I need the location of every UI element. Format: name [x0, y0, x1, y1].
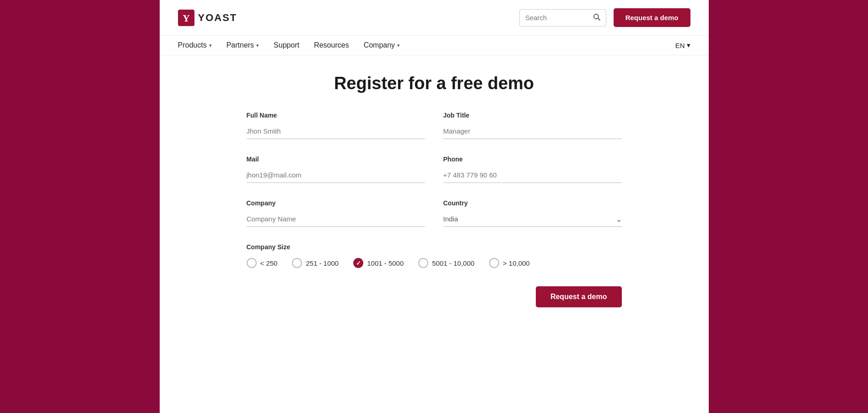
- chevron-down-icon: ▾: [397, 43, 400, 48]
- search-icon: [593, 13, 600, 21]
- phone-group: Phone: [443, 156, 622, 183]
- company-size-radio-group: < 250 251 - 1000 1001 - 5000 5001 - 10,0…: [247, 258, 622, 268]
- form-footer: Request a demo: [247, 286, 622, 307]
- search-box: [519, 9, 606, 27]
- full-name-label: Full Name: [247, 112, 425, 119]
- search-button[interactable]: [593, 13, 600, 22]
- company-size-section: Company Size < 250 251 - 1000 1001 - 500…: [247, 243, 622, 268]
- job-title-group: Job Title: [443, 112, 622, 139]
- radio-item-less-250[interactable]: < 250: [247, 258, 278, 268]
- nav-label-resources: Resources: [314, 41, 349, 49]
- radio-circle-less-250: [247, 258, 257, 268]
- company-label: Company: [247, 199, 425, 207]
- form-row-company-country: Company Country India United States Unit…: [247, 199, 622, 227]
- svg-line-3: [598, 18, 600, 20]
- mail-group: Mail: [247, 156, 425, 183]
- company-size-label: Company Size: [247, 243, 622, 251]
- phone-input[interactable]: [443, 167, 622, 183]
- header: Y YOAST Request a demo: [160, 0, 709, 36]
- radio-label-more-10000: > 10,000: [503, 259, 530, 267]
- radio-label-5001-10000: 5001 - 10,000: [432, 259, 474, 267]
- logo[interactable]: Y YOAST: [178, 10, 237, 26]
- nav-label-support: Support: [274, 41, 299, 49]
- radio-item-1001-5000[interactable]: 1001 - 5000: [353, 258, 404, 268]
- full-name-group: Full Name: [247, 112, 425, 139]
- search-input[interactable]: [525, 14, 589, 21]
- form-row-mail-phone: Mail Phone: [247, 156, 622, 183]
- nav-label-products: Products: [178, 41, 207, 49]
- nav-label-company: Company: [364, 41, 395, 49]
- chevron-down-icon: ▾: [687, 41, 690, 49]
- form-title: Register for a free demo: [247, 74, 622, 93]
- chevron-down-icon: ▾: [209, 43, 212, 48]
- radio-label-251-1000: 251 - 1000: [306, 259, 339, 267]
- nav-item-company[interactable]: Company ▾: [364, 41, 400, 49]
- radio-circle-more-10000: [489, 258, 499, 268]
- radio-label-1001-5000: 1001 - 5000: [367, 259, 404, 267]
- radio-item-251-1000[interactable]: 251 - 1000: [292, 258, 339, 268]
- radio-item-more-10000[interactable]: > 10,000: [489, 258, 530, 268]
- full-name-input[interactable]: [247, 123, 425, 139]
- logo-text: YOAST: [198, 12, 237, 24]
- radio-circle-251-1000: [292, 258, 302, 268]
- nav-item-partners[interactable]: Partners ▾: [226, 41, 259, 49]
- header-right: Request a demo: [519, 8, 690, 27]
- nav-label-partners: Partners: [226, 41, 254, 49]
- radio-label-less-250: < 250: [260, 259, 278, 267]
- radio-circle-1001-5000: [353, 258, 363, 268]
- country-label: Country: [443, 199, 622, 207]
- country-group: Country India United States United Kingd…: [443, 199, 622, 227]
- form-row-name-jobtitle: Full Name Job Title: [247, 112, 622, 139]
- phone-label: Phone: [443, 156, 622, 163]
- nav-item-products[interactable]: Products ▾: [178, 41, 212, 49]
- radio-item-5001-10000[interactable]: 5001 - 10,000: [418, 258, 474, 268]
- radio-circle-5001-10000: [418, 258, 428, 268]
- language-selector[interactable]: EN ▾: [675, 41, 690, 49]
- nav-items: Products ▾ Partners ▾ Support Resources …: [178, 41, 400, 49]
- mail-input[interactable]: [247, 167, 425, 183]
- request-demo-header-button[interactable]: Request a demo: [614, 8, 690, 27]
- mail-label: Mail: [247, 156, 425, 163]
- company-input[interactable]: [247, 211, 425, 227]
- nav-item-resources[interactable]: Resources: [314, 41, 349, 49]
- submit-button[interactable]: Request a demo: [536, 286, 622, 307]
- chevron-down-icon: ▾: [256, 43, 259, 48]
- navigation: Products ▾ Partners ▾ Support Resources …: [160, 36, 709, 55]
- job-title-input[interactable]: [443, 123, 622, 139]
- country-select-wrapper: India United States United Kingdom Germa…: [443, 211, 622, 227]
- job-title-label: Job Title: [443, 112, 622, 119]
- nav-item-support[interactable]: Support: [274, 41, 299, 49]
- yoast-logo-icon: Y: [178, 10, 194, 26]
- country-select[interactable]: India United States United Kingdom Germa…: [443, 211, 622, 227]
- form-card: Register for a free demo Full Name Job T…: [247, 74, 622, 307]
- svg-text:Y: Y: [183, 12, 190, 23]
- main-content: Register for a free demo Full Name Job T…: [160, 55, 709, 335]
- company-group: Company: [247, 199, 425, 227]
- language-label: EN: [675, 42, 685, 49]
